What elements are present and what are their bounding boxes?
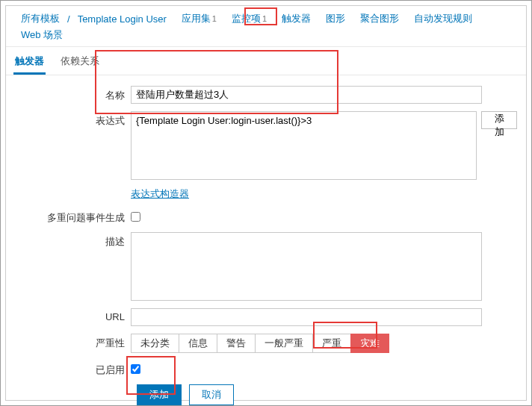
severity-label: 严重性 [15, 334, 131, 350]
breadcrumb: 所有模板 / Template Login User 应用集1 监控项1 触发器… [6, 6, 526, 47]
expression-input[interactable]: {Template Login User:login-user.last()}>… [131, 111, 477, 180]
severity-high[interactable]: 严重 [312, 334, 351, 353]
add-expression-button[interactable]: 添加 [481, 111, 517, 129]
url-input[interactable] [131, 308, 482, 326]
severity-disaster[interactable]: 灾难 [350, 334, 389, 353]
name-label: 名称 [15, 86, 131, 102]
multi-checkbox[interactable] [131, 212, 140, 222]
cancel-button[interactable]: 取消 [189, 384, 234, 405]
nav-graphs[interactable]: 图形 [318, 10, 353, 27]
nav-screens[interactable]: 聚合图形 [353, 10, 406, 27]
breadcrumb-template[interactable]: Template Login User [70, 12, 174, 26]
severity-not-classified[interactable]: 未分类 [131, 334, 179, 353]
breadcrumb-root[interactable]: 所有模板 [13, 10, 67, 27]
tab-dependencies[interactable]: 依赖关系 [59, 51, 101, 75]
submit-button[interactable]: 添加 [137, 384, 182, 405]
nav-discovery[interactable]: 自动发现规则 [406, 10, 480, 27]
desc-label: 描述 [15, 232, 131, 249]
nav-triggers[interactable]: 触发器 [274, 10, 318, 27]
nav-items[interactable]: 监控项1 [224, 10, 274, 27]
enabled-checkbox[interactable] [131, 364, 140, 374]
severity-warning[interactable]: 警告 [217, 334, 256, 353]
tab-trigger[interactable]: 触发器 [13, 51, 46, 75]
trigger-form: 名称 表达式 {Template Login User:login-user.l… [6, 75, 526, 406]
expression-label: 表达式 [15, 111, 131, 128]
url-label: URL [15, 308, 131, 322]
nav-applications[interactable]: 应用集1 [174, 10, 224, 27]
severity-average[interactable]: 一般严重 [255, 334, 313, 353]
subtabs: 触发器 依赖关系 [6, 47, 526, 75]
multi-label: 多重问题事件生成 [15, 208, 131, 225]
nav-web[interactable]: Web 场景 [13, 27, 70, 43]
name-input[interactable] [131, 86, 482, 104]
severity-group: 未分类 信息 警告 一般严重 严重 灾难 [131, 334, 389, 353]
description-input[interactable] [131, 232, 482, 301]
severity-information[interactable]: 信息 [179, 334, 217, 353]
expression-constructor-link[interactable]: 表达式构造器 [131, 187, 189, 201]
enabled-label: 已启用 [15, 360, 131, 377]
